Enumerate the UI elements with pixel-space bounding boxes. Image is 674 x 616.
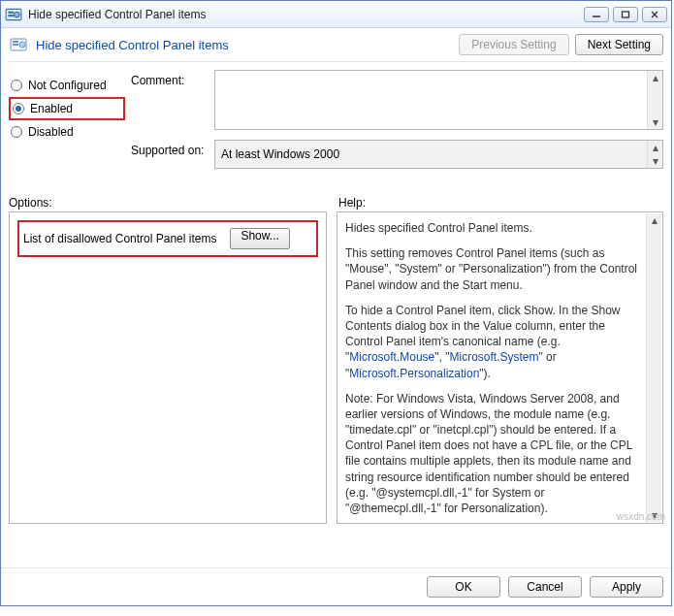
next-setting-button[interactable]: Next Setting [575,34,663,55]
comment-textarea[interactable]: ▴ ▾ [214,70,663,130]
help-link[interactable]: Microsoft.System [449,350,538,364]
policy-icon [9,35,28,54]
options-row-label: List of disallowed Control Panel items [23,232,216,245]
ok-button[interactable]: OK [427,576,500,598]
comment-label: Comment: [131,70,210,87]
close-button[interactable] [642,7,667,22]
scroll-down-icon[interactable]: ▾ [648,115,662,129]
scrollbar[interactable]: ▴ ▾ [647,141,662,168]
scroll-up-icon[interactable]: ▴ [648,141,662,154]
options-row-disallowed: List of disallowed Control Panel items S… [17,220,318,257]
cancel-button[interactable]: Cancel [508,576,582,598]
help-paragraph: Note: For Windows Vista, Windows Server … [345,391,643,517]
help-link[interactable]: Microsoft.Mouse [349,350,434,364]
radio-label: Enabled [30,102,73,115]
supported-label: Supported on: [131,140,210,157]
radio-icon [11,126,22,138]
apply-button[interactable]: Apply [590,576,663,598]
supported-value: At least Windows 2000 [221,147,339,161]
app-icon [5,6,22,23]
radio-icon [13,103,24,114]
help-paragraph: This setting removes Control Panel items… [345,245,643,293]
radio-not-configured[interactable]: Not Configured [9,74,125,97]
supported-field: At least Windows 2000 ▴ ▾ [214,140,663,169]
svg-point-11 [19,42,25,48]
svg-rect-2 [8,15,14,16]
minimize-button[interactable] [584,7,609,22]
policy-title: Hide specified Control Panel items [36,38,451,52]
svg-rect-5 [623,12,629,17]
maximize-button[interactable] [613,7,638,22]
help-link[interactable]: Microsoft.Personalization [349,367,479,380]
scrollbar[interactable]: ▴ ▾ [647,71,662,129]
svg-rect-9 [13,41,18,43]
divider [9,61,663,62]
comment-value [215,71,647,129]
help-paragraph: To hide a Control Panel item, click Show… [345,303,643,381]
svg-point-3 [15,12,20,17]
scroll-down-icon[interactable]: ▾ [648,154,662,168]
options-heading: Options: [9,196,327,210]
scroll-up-icon[interactable]: ▴ [648,71,662,84]
radio-label: Not Configured [28,79,107,92]
help-panel: Hides specified Control Panel items. Thi… [337,211,663,524]
svg-rect-10 [13,44,18,46]
state-radio-group: Not Configured Enabled Disabled [9,70,125,169]
svg-rect-1 [8,11,14,13]
previous-setting-button: Previous Setting [459,34,568,55]
scroll-up-icon[interactable]: ▴ [647,213,661,227]
scrollbar[interactable]: ▴ ▾ [646,213,661,522]
radio-enabled[interactable]: Enabled [9,97,125,120]
subheader: Hide specified Control Panel items Previ… [1,28,671,61]
radio-disabled[interactable]: Disabled [9,120,125,144]
scroll-down-icon[interactable]: ▾ [647,508,661,522]
help-paragraph: Hides specified Control Panel items. [345,220,643,236]
footer: OK Cancel Apply [1,567,671,605]
radio-label: Disabled [28,125,74,139]
titlebar: Hide specified Control Panel items [1,1,671,28]
help-text: Hides specified Control Panel items. Thi… [337,212,662,523]
show-button[interactable]: Show... [230,228,289,249]
window-title: Hide specified Control Panel items [28,8,584,21]
help-heading: Help: [338,196,366,210]
radio-icon [11,80,22,91]
options-panel: List of disallowed Control Panel items S… [9,211,327,524]
